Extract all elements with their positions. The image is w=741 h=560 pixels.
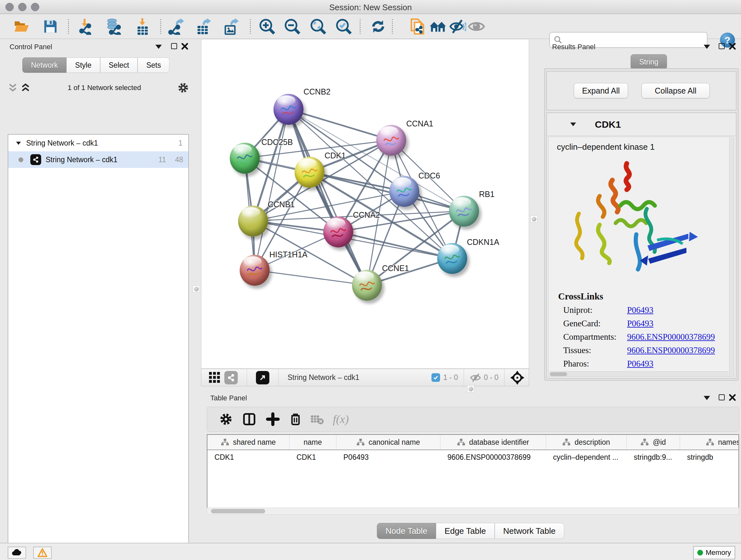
protein-header[interactable]: CDK1 — [547, 113, 736, 136]
network-node-HIST1H1A[interactable] — [240, 255, 270, 286]
crosslink-value-link[interactable]: P06493 — [627, 319, 654, 328]
table-cell[interactable]: stringdb:9... — [627, 450, 680, 464]
network-collection-row[interactable]: String Network – cdk1 1 — [8, 135, 188, 151]
tab-network-table[interactable]: Network Table — [495, 523, 564, 539]
network-edge-CCNB2-CCNA1[interactable] — [288, 109, 391, 140]
left-splitter[interactable] — [192, 39, 201, 543]
import-table-file-icon[interactable] — [134, 17, 151, 36]
expand-all-button[interactable]: Expand All — [574, 83, 628, 98]
network-node-CDKN1A[interactable] — [437, 243, 467, 274]
delete-column-icon[interactable] — [289, 412, 302, 426]
import-network-database-icon[interactable] — [105, 17, 122, 36]
table-column-header-name[interactable]: name — [289, 435, 336, 449]
network-node-CCNE1[interactable] — [352, 270, 382, 301]
table-cell[interactable]: 9606.ENSP00000378699 — [441, 450, 546, 464]
results-panel-close-icon[interactable] — [729, 43, 736, 50]
network-node-CDC25B[interactable] — [230, 143, 260, 174]
table-column-header-canonical-name[interactable]: canonical name — [336, 435, 441, 449]
table-gear-icon[interactable] — [219, 413, 232, 426]
clone-network-icon[interactable] — [410, 17, 427, 36]
right-splitter[interactable] — [529, 39, 539, 386]
open-in-window-icon[interactable] — [256, 371, 269, 384]
table-column-header--id[interactable]: @id — [627, 435, 680, 449]
hide-graphics-icon[interactable] — [449, 17, 466, 36]
tab-string[interactable]: String — [630, 54, 667, 70]
table-cell[interactable]: CDK1 — [289, 450, 336, 464]
birdseye-view-icon[interactable] — [510, 371, 524, 385]
memory-button[interactable]: Memory — [693, 546, 735, 559]
tab-sets[interactable]: Sets — [138, 57, 170, 73]
collapse-all-button[interactable]: Collapse All — [642, 83, 710, 98]
network-edge-CCNA2-CDKN1A[interactable] — [338, 232, 452, 258]
table-column-header-namespace[interactable]: namespace — [680, 435, 739, 449]
houses-icon[interactable] — [429, 17, 447, 36]
table-column-header-database-identifier[interactable]: database identifier — [441, 435, 546, 449]
zoom-selected-icon[interactable] — [335, 17, 352, 36]
tab-select[interactable]: Select — [100, 57, 138, 73]
control-panel-float-icon[interactable] — [155, 45, 162, 49]
network-node-CDK1[interactable] — [294, 157, 325, 188]
refresh-icon[interactable] — [369, 17, 387, 36]
add-column-icon[interactable] — [266, 412, 280, 426]
tab-node-table[interactable]: Node Table — [377, 523, 436, 539]
cloud-button[interactable] — [8, 547, 26, 559]
table-column-header-shared-name[interactable]: shared name — [207, 435, 289, 449]
zoom-in-icon[interactable] — [259, 17, 276, 36]
tab-edge-table[interactable]: Edge Table — [436, 523, 495, 539]
control-panel-close-icon[interactable] — [181, 43, 189, 50]
results-vertical-scrollbar[interactable] — [729, 138, 734, 376]
table-panel-float-icon[interactable] — [704, 396, 710, 400]
expand-all-icon[interactable] — [20, 83, 31, 92]
collection-expand-icon[interactable] — [16, 141, 21, 145]
table-cell[interactable]: CDK1 — [207, 450, 289, 464]
table-cell[interactable]: P06493 — [336, 450, 441, 464]
table-column-header-description[interactable]: description — [546, 435, 627, 449]
selected-checkbox-icon[interactable] — [431, 373, 440, 382]
table-cell[interactable]: cyclin–dependent ... — [546, 450, 627, 464]
tab-style[interactable]: Style — [66, 57, 100, 73]
export-table-icon[interactable] — [195, 17, 212, 36]
table-panel-maximize-icon[interactable] — [719, 394, 725, 400]
collapse-all-icon[interactable] — [8, 83, 18, 92]
save-session-icon[interactable] — [42, 17, 59, 36]
network-edge-CCNE1-HIST1H1A[interactable] — [255, 270, 367, 285]
gear-icon[interactable] — [178, 82, 189, 94]
right-splitter-handle[interactable] — [530, 215, 537, 223]
network-node-CDC6[interactable] — [389, 176, 419, 207]
import-network-file-icon[interactable] — [77, 17, 95, 36]
table-scrollbar-thumb[interactable] — [211, 509, 265, 513]
table-cell[interactable]: stringdb — [680, 450, 739, 464]
show-columns-icon[interactable] — [242, 412, 256, 426]
table-row[interactable]: CDK1CDK1P064939606.ENSP00000378699cyclin… — [207, 450, 738, 464]
crosslink-value-link[interactable]: 9606.ENSP00000378699 — [627, 346, 715, 355]
network-node-CCNB1[interactable] — [238, 206, 268, 237]
crosslink-value-link[interactable]: P06493 — [627, 305, 654, 315]
horizontal-splitter-handle[interactable] — [467, 385, 474, 392]
zoom-out-icon[interactable] — [284, 17, 301, 36]
network-node-CCNA2[interactable] — [323, 216, 353, 247]
protein-collapse-icon[interactable] — [570, 123, 576, 126]
left-splitter-handle[interactable] — [193, 286, 200, 293]
horizontal-splitter[interactable] — [201, 386, 741, 392]
grid-view-icon[interactable] — [208, 371, 221, 384]
table-panel-close-icon[interactable] — [729, 394, 736, 401]
network-share-icon[interactable] — [224, 371, 238, 384]
network-node-CCNB2[interactable] — [273, 94, 304, 125]
network-node-CCNA1[interactable] — [376, 125, 406, 156]
export-network-icon[interactable] — [168, 17, 185, 36]
network-row[interactable]: String Network – cdk1 11 48 — [8, 151, 188, 168]
network-canvas[interactable]: CCNB2CCNA1CDC25BCDK1CDC6RB1CCNB1CCNA2CDK… — [201, 39, 529, 369]
export-image-icon[interactable] — [222, 17, 240, 36]
results-panel-maximize-icon[interactable] — [719, 43, 725, 49]
results-horizontal-scrollbar-thumb[interactable] — [550, 372, 567, 376]
crosslink-value-link[interactable]: 9606.ENSP00000378699 — [627, 332, 715, 342]
network-node-RB1[interactable] — [449, 196, 479, 227]
control-panel-maximize-icon[interactable] — [171, 43, 177, 49]
crosslink-value-link[interactable]: P06493 — [627, 359, 654, 369]
table-horizontal-scrollbar[interactable] — [207, 508, 739, 515]
tab-network[interactable]: Network — [22, 57, 66, 73]
results-panel-float-icon[interactable] — [704, 45, 710, 49]
results-horizontal-scrollbar[interactable] — [549, 371, 729, 376]
open-session-icon[interactable] — [13, 17, 30, 36]
warnings-button[interactable] — [33, 547, 52, 559]
